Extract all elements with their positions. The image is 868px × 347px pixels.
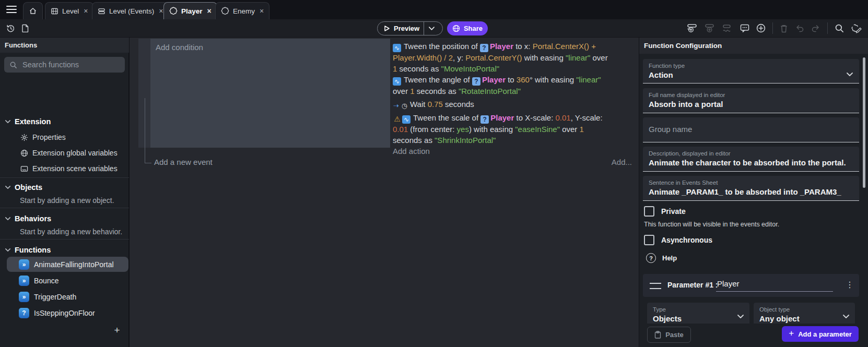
function-item-issteppingonfloor[interactable]: ? IsSteppingOnFloor — [0, 305, 129, 320]
kebab-menu-icon[interactable]: ⋮ — [846, 280, 854, 290]
event-conditions[interactable]: Add condition — [150, 39, 390, 148]
group-name-field[interactable]: Group name — [643, 117, 859, 142]
divider — [0, 239, 129, 240]
action-line[interactable]: ⚠∿Tween the scale of ?Player to X-scale:… — [393, 112, 639, 124]
tab-level[interactable]: Level × — [45, 2, 93, 19]
parameter-type-select[interactable]: Type Objects — [647, 303, 749, 324]
save-icon[interactable] — [21, 24, 29, 32]
field-label: Full name displayed in editor — [643, 88, 859, 98]
sidebar-item-global-variables[interactable]: Extension global variables — [0, 146, 129, 160]
function-type-select[interactable]: Function type Action — [643, 59, 859, 83]
scene-icon — [51, 7, 58, 15]
redo-icon[interactable] — [811, 25, 820, 32]
trash-icon[interactable] — [780, 24, 788, 33]
action-line[interactable]: ∿Tween the position of ?Player to x: Por… — [393, 41, 639, 52]
section-label: Extension — [15, 117, 51, 126]
add-subevent-icon[interactable] — [705, 23, 715, 33]
action-line[interactable]: ⇢◷Wait 0.75 seconds — [393, 99, 639, 110]
edit-extension-icon[interactable] — [851, 23, 862, 33]
sidebar-item-scene-variables[interactable]: Extension scene variables — [0, 162, 129, 175]
tab-level-events[interactable]: Level (Events) × — [92, 2, 169, 19]
section-extension[interactable]: Extension — [0, 115, 129, 128]
add-comment-event-icon[interactable] — [722, 24, 733, 32]
help-button[interactable]: ? Help — [646, 253, 677, 263]
add-event-icon[interactable] — [687, 23, 698, 33]
add-more-button[interactable]: Add... — [612, 158, 632, 166]
tab-home[interactable] — [23, 2, 43, 19]
section-behaviors[interactable]: Behaviors + — [0, 212, 129, 225]
function-item-triggerdeath[interactable]: » TriggerDeath — [0, 289, 129, 304]
action-line[interactable]: 1 seconds as "MoveIntoPortal" — [393, 63, 639, 74]
menu-icon[interactable] — [6, 6, 17, 13]
add-parameter-button[interactable]: + Add a parameter — [782, 326, 859, 342]
add-action-button[interactable]: Add action — [393, 147, 639, 155]
private-helper-text: This function will be visible in the eve… — [644, 221, 779, 228]
async-icon: ⇢ — [393, 102, 400, 110]
add-object-button[interactable]: + — [111, 325, 123, 336]
add-condition-button[interactable]: Add condition — [150, 39, 390, 52]
event-text: with easing — [522, 53, 566, 62]
tab-enemy[interactable]: Enemy × — [215, 2, 269, 19]
parameter-name-input[interactable]: Player — [716, 278, 833, 292]
close-icon[interactable]: × — [84, 7, 88, 15]
action-line[interactable]: ∿Tween the angle of ?Player to 360° with… — [393, 74, 639, 86]
sidebar-item-properties[interactable]: Properties — [0, 130, 129, 144]
action-line[interactable]: 0.01 (from center: yes) with easing "eas… — [393, 124, 639, 135]
drag-handle-icon[interactable] — [650, 283, 661, 289]
undo-icon[interactable] — [795, 25, 804, 32]
paste-button[interactable]: Paste — [647, 327, 691, 343]
description-field[interactable]: Description, displayed in editor Animate… — [643, 147, 859, 172]
condition-function-icon: ? — [19, 308, 29, 318]
action-function-icon: » — [19, 259, 29, 270]
close-icon[interactable]: × — [159, 7, 163, 15]
play-icon — [383, 25, 390, 32]
checkbox-label: Asynchronous — [661, 236, 712, 244]
search-functions-input[interactable]: Search functions — [4, 57, 125, 73]
divider — [0, 208, 129, 208]
close-icon[interactable]: × — [207, 7, 212, 15]
action-function-icon: » — [19, 276, 29, 286]
section-label: Objects — [15, 183, 42, 192]
object-type-select[interactable]: Object type Any object — [754, 303, 855, 324]
comment-icon[interactable] — [740, 24, 749, 33]
tab-label: Level — [62, 7, 79, 15]
parameter-card: Parameter #1 : Player ⋮ — [643, 274, 859, 297]
sentence-field[interactable]: Sentence in Events Sheet Animate _PARAM1… — [643, 176, 859, 201]
history-icon[interactable] — [6, 24, 15, 33]
help-label: Help — [662, 254, 677, 262]
chevron-down-icon[interactable] — [424, 27, 439, 30]
obj-icon: ? — [480, 44, 488, 52]
plus-icon: + — [789, 328, 794, 339]
obj-icon: ? — [480, 115, 489, 124]
asynchronous-checkbox-row[interactable]: Asynchronous — [644, 235, 712, 245]
section-objects[interactable]: Objects + — [0, 181, 129, 194]
full-name-field[interactable]: Full name displayed in editor Absorb int… — [643, 88, 859, 113]
panel-footer: Paste + Add a parameter — [639, 324, 868, 347]
search-icon[interactable] — [835, 23, 844, 33]
section-functions[interactable]: Functions + — [0, 243, 129, 257]
function-label: Bounce — [34, 277, 58, 285]
event-text: "easeInSine" — [515, 125, 560, 134]
action-line[interactable]: over 1 seconds as "RotateIntoPortal" — [393, 86, 639, 97]
close-icon[interactable]: × — [260, 7, 264, 15]
home-icon — [29, 7, 37, 15]
event-text: seconds as — [393, 136, 435, 145]
event-text: to — [506, 75, 517, 84]
checkbox-icon[interactable] — [644, 235, 654, 245]
search-icon — [9, 61, 17, 69]
function-item-bounce[interactable]: » Bounce — [0, 273, 129, 288]
private-checkbox-row[interactable]: Private — [644, 206, 686, 217]
chevron-down-icon — [5, 248, 10, 252]
action-line[interactable]: seconds as "ShrinkIntoPortal" — [393, 135, 639, 146]
scene-variables-icon — [20, 165, 28, 172]
add-new-event-button[interactable]: Add a new event — [154, 158, 213, 166]
share-button[interactable]: Share — [447, 21, 488, 35]
checkbox-icon[interactable] — [644, 206, 654, 217]
function-item-animatefallingintoportal[interactable]: » AnimateFallingIntoPortal — [0, 257, 129, 272]
tab-player[interactable]: Player × — [163, 2, 217, 19]
preview-button[interactable]: Preview — [377, 21, 443, 35]
add-circle-icon[interactable] — [756, 23, 766, 33]
scrollbar-thumb[interactable] — [863, 57, 865, 188]
action-line[interactable]: Player.Width() / 2, y: Portal.CenterY() … — [393, 52, 639, 63]
event-text: , y: — [453, 53, 465, 62]
